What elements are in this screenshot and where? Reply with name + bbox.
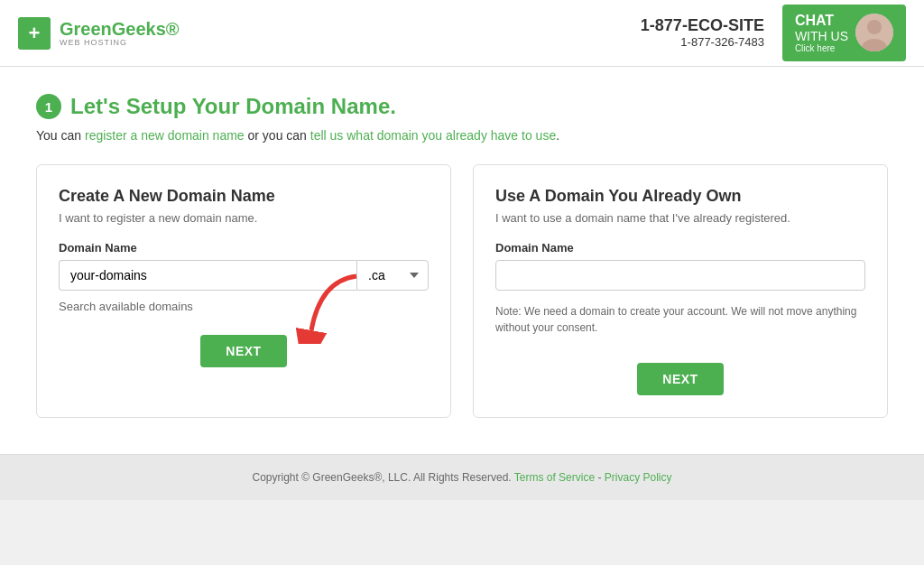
phone-alt: 1-877-326-7483: [641, 35, 764, 49]
logo-sub: WEB HOSTING: [60, 39, 180, 48]
header: + GreenGeeks® WEB HOSTING 1-877-ECO-SITE…: [0, 0, 924, 67]
new-domain-text-input[interactable]: [59, 260, 356, 291]
existing-domain-note: Note: We need a domain to create your ac…: [495, 303, 865, 336]
logo-brand: GreenGeeks®: [60, 19, 180, 39]
footer: Copyright © GreenGeeks®, LLC. All Rights…: [0, 454, 924, 500]
chat-button[interactable]: CHAT WITH US Click here: [782, 5, 906, 62]
step-badge: 1: [36, 94, 61, 119]
step-header: 1 Let's Setup Your Domain Name.: [36, 94, 888, 119]
footer-separator: -: [595, 471, 605, 484]
new-domain-card-desc: I want to register a new domain name.: [59, 211, 429, 225]
phone-main: 1-877-ECO-SITE: [641, 16, 764, 35]
subtitle-pre: You can: [36, 128, 85, 143]
existing-domain-actions: NEXT: [495, 363, 865, 395]
existing-domain-next-button[interactable]: NEXT: [637, 363, 723, 395]
privacy-policy-link[interactable]: Privacy Policy: [605, 471, 672, 484]
header-right: 1-877-ECO-SITE 1-877-326-7483 CHAT WITH …: [641, 5, 906, 62]
existing-domain-field-label: Domain Name: [495, 241, 865, 255]
new-domain-card: Create A New Domain Name I want to regis…: [36, 164, 451, 418]
existing-link[interactable]: tell us what domain you already have to …: [310, 128, 556, 143]
logo-plus-icon: +: [18, 17, 51, 50]
cards-row: Create A New Domain Name I want to regis…: [36, 164, 888, 418]
footer-copyright: Copyright © GreenGeeks®, LLC. All Rights…: [253, 471, 512, 484]
new-domain-input-row: .ca .com .net .org: [59, 260, 429, 291]
chat-avatar: [855, 14, 893, 51]
register-link[interactable]: register a new domain name: [85, 128, 245, 143]
chat-with-label: WITH US: [795, 29, 848, 44]
new-domain-next-button[interactable]: NEXT: [200, 335, 286, 367]
new-domain-card-title: Create A New Domain Name: [59, 187, 429, 206]
phone-info: 1-877-ECO-SITE 1-877-326-7483: [641, 16, 764, 49]
step-subtitle: You can register a new domain name or yo…: [36, 128, 888, 143]
chat-main-label: CHAT: [795, 12, 848, 29]
existing-domain-card-title: Use A Domain You Already Own: [495, 187, 865, 206]
new-domain-field-label: Domain Name: [59, 241, 429, 255]
subtitle-mid: or you can: [245, 128, 310, 143]
new-domain-actions: NEXT: [59, 335, 429, 367]
logo-text: GreenGeeks® WEB HOSTING: [60, 19, 180, 48]
search-available-text: Search available domains: [59, 300, 429, 313]
svg-point-1: [867, 20, 882, 34]
chat-click-label: Click here: [795, 43, 848, 54]
subtitle-post: .: [556, 128, 559, 143]
page-title: Let's Setup Your Domain Name.: [70, 94, 396, 119]
new-domain-tld-select[interactable]: .ca .com .net .org: [356, 260, 429, 291]
terms-of-service-link[interactable]: Terms of Service: [514, 471, 595, 484]
existing-domain-card-desc: I want to use a domain name that I've al…: [495, 211, 865, 225]
logo: + GreenGeeks® WEB HOSTING: [18, 17, 180, 50]
existing-domain-card: Use A Domain You Already Own I want to u…: [473, 164, 888, 418]
main-content: 1 Let's Setup Your Domain Name. You can …: [0, 67, 924, 454]
existing-domain-text-input[interactable]: [495, 260, 865, 291]
chat-text: CHAT WITH US Click here: [795, 12, 848, 55]
